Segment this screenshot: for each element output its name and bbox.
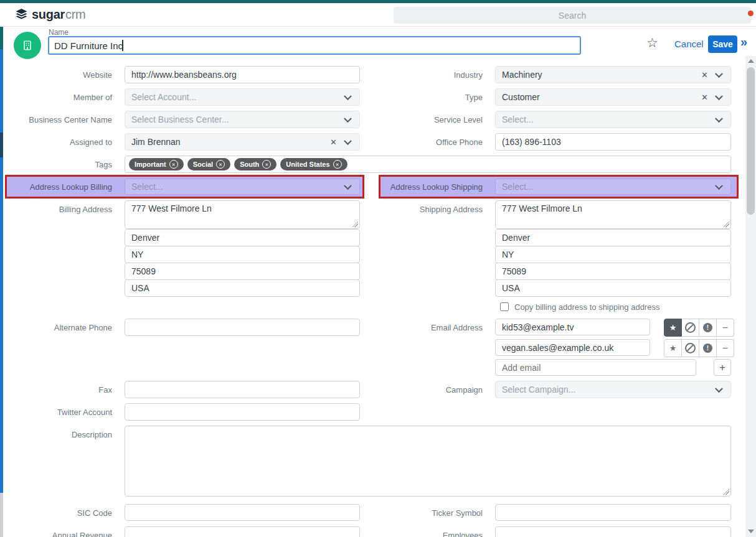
service-level-select[interactable]: Select...: [495, 111, 731, 128]
primary-email-star-icon[interactable]: ★: [664, 319, 682, 337]
tag-label: Important: [135, 161, 166, 168]
shipping-city-input[interactable]: [495, 229, 731, 246]
remove-tag-icon[interactable]: ✕: [216, 160, 225, 169]
save-button[interactable]: Save: [708, 35, 737, 53]
industry-select[interactable]: Machinery ✕: [495, 66, 731, 83]
name-field-label: Name: [49, 28, 69, 37]
sic-code-input[interactable]: [125, 504, 360, 521]
address-lookup-billing-select[interactable]: Select...: [125, 179, 360, 195]
chevron-down-icon: [715, 70, 723, 78]
business-center-placeholder: Select Business Center...: [131, 114, 229, 124]
scrollbar-down-arrow[interactable]: [748, 530, 754, 533]
description-textarea[interactable]: [125, 426, 731, 497]
clear-icon[interactable]: ✕: [330, 138, 337, 147]
building-icon: [21, 39, 34, 52]
scrollbar-thumb[interactable]: [747, 67, 755, 215]
notification-dot: [748, 11, 754, 16]
billing-street-textarea[interactable]: 777 West Filmore Ln: [125, 200, 360, 229]
fax-input[interactable]: [125, 381, 360, 398]
billing-city-input[interactable]: [125, 229, 360, 246]
tag-label: Social: [193, 161, 213, 168]
chevron-down-icon: [344, 137, 352, 145]
assigned-to-select[interactable]: Jim Brennan ✕: [125, 133, 360, 151]
annual-revenue-input[interactable]: [125, 526, 360, 537]
invalid-email-icon[interactable]: !: [699, 319, 717, 337]
tag-label: United States: [286, 161, 329, 168]
more-actions-icon[interactable]: »: [740, 35, 747, 49]
clear-icon[interactable]: ✕: [701, 93, 708, 102]
chevron-down-icon: [715, 92, 723, 100]
tag-pill[interactable]: South✕: [234, 158, 276, 170]
favorite-star-icon[interactable]: ☆: [646, 36, 658, 50]
remove-tag-icon[interactable]: ✕: [169, 160, 178, 169]
global-search-input[interactable]: Search: [394, 7, 751, 24]
billing-address-label: Billing Address: [0, 205, 112, 214]
sic-code-label: SIC Code: [0, 508, 112, 518]
account-avatar: [14, 32, 41, 59]
resize-grip-icon[interactable]: [724, 489, 729, 495]
assigned-to-label: Assigned to: [0, 138, 112, 147]
type-label: Type: [371, 93, 483, 102]
description-label: Description: [0, 430, 112, 439]
add-email-input[interactable]: [495, 359, 696, 376]
layers-icon: [14, 7, 29, 22]
exclamation-icon: !: [703, 343, 712, 353]
address-lookup-shipping-select[interactable]: Select...: [495, 179, 731, 195]
minus-icon: −: [722, 343, 728, 353]
alternate-phone-input[interactable]: [125, 319, 360, 336]
chevron-down-icon: [344, 114, 352, 123]
office-phone-input[interactable]: [495, 133, 731, 151]
resize-grip-icon[interactable]: [724, 222, 729, 227]
scrollbar-up-arrow[interactable]: [748, 59, 754, 63]
name-input[interactable]: [48, 36, 581, 55]
resize-grip-icon[interactable]: [352, 222, 358, 227]
employees-input[interactable]: [495, 526, 731, 537]
business-center-select[interactable]: Select Business Center...: [125, 111, 360, 128]
remove-tag-icon[interactable]: ✕: [262, 160, 271, 169]
annual-revenue-label: Annual Revenue: [0, 531, 112, 537]
tag-pill[interactable]: Important✕: [129, 158, 184, 170]
email-address-label: Email Address: [371, 323, 483, 332]
shipping-street-textarea[interactable]: 777 West Filmore Ln: [495, 200, 731, 229]
chevron-down-icon: [344, 92, 352, 100]
website-input[interactable]: [125, 66, 360, 83]
remove-email-button[interactable]: −: [717, 319, 734, 337]
cancel-button[interactable]: Cancel: [674, 39, 704, 49]
service-level-placeholder: Select...: [502, 114, 534, 124]
tag-pill[interactable]: Social✕: [187, 158, 230, 170]
shipping-country-input[interactable]: [495, 279, 731, 297]
ticker-symbol-input[interactable]: [495, 504, 731, 521]
remove-tag-icon[interactable]: ✕: [333, 160, 342, 169]
copy-billing-checkbox[interactable]: [500, 302, 509, 311]
industry-label: Industry: [371, 70, 483, 80]
text-cursor: [122, 40, 123, 51]
billing-state-input[interactable]: [125, 246, 360, 263]
opt-out-icon[interactable]: [682, 319, 699, 337]
campaign-placeholder: Select Campaign...: [502, 385, 575, 395]
primary-email-star-icon[interactable]: ★: [664, 339, 682, 357]
type-select[interactable]: Customer ✕: [495, 88, 731, 106]
website-label: Website: [0, 70, 112, 80]
add-email-button[interactable]: +: [714, 359, 731, 376]
email-input[interactable]: [495, 319, 650, 335]
tag-pill[interactable]: United States✕: [280, 158, 347, 170]
shipping-state-input[interactable]: [495, 246, 731, 263]
chevron-down-icon: [715, 385, 723, 393]
campaign-select[interactable]: Select Campaign...: [495, 381, 731, 398]
invalid-email-icon[interactable]: !: [699, 339, 717, 357]
office-phone-label: Office Phone: [371, 138, 483, 147]
sugarcrm-logo[interactable]: sugarcrm: [14, 7, 85, 22]
fax-label: Fax: [0, 385, 112, 395]
email-input[interactable]: [495, 339, 650, 356]
opt-out-icon[interactable]: [682, 339, 699, 357]
twitter-input[interactable]: [125, 403, 360, 421]
address-lookup-shipping-placeholder: Select...: [502, 182, 534, 192]
billing-country-input[interactable]: [125, 279, 360, 297]
clear-icon[interactable]: ✕: [701, 70, 708, 80]
tags-pill-list: Important✕ Social✕ South✕ United States✕: [129, 158, 347, 170]
exclamation-icon: !: [703, 323, 712, 332]
remove-email-button[interactable]: −: [717, 339, 734, 357]
billing-postalcode-input[interactable]: [125, 263, 360, 280]
shipping-postalcode-input[interactable]: [495, 263, 731, 280]
member-of-select[interactable]: Select Account...: [125, 88, 360, 106]
